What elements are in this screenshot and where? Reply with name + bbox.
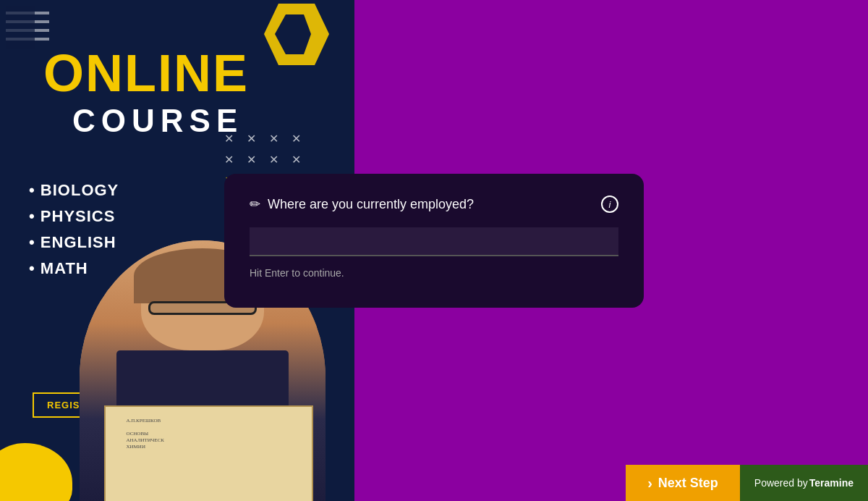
form-hint: Hit Enter to continue. bbox=[250, 267, 618, 279]
title-online: ONLINE bbox=[43, 47, 249, 99]
next-step-chevron: › bbox=[647, 475, 652, 492]
employment-form-card: ✏ Where are you currently employed? i Hi… bbox=[224, 174, 644, 308]
title-course: COURSE bbox=[72, 103, 243, 139]
info-icon[interactable]: i bbox=[601, 195, 618, 213]
course-item-physics: PHYSICS bbox=[29, 207, 119, 226]
brand-name: Teramine bbox=[809, 477, 854, 489]
edit-icon: ✏ bbox=[250, 196, 260, 212]
form-question-text: Where are you currently employed? bbox=[268, 197, 474, 212]
next-step-button[interactable]: › Next Step bbox=[626, 465, 740, 501]
bottom-bar: › Next Step Powered by Teramine bbox=[0, 465, 868, 501]
powered-by-label: Powered by bbox=[754, 477, 808, 489]
form-question-left: ✏ Where are you currently employed? bbox=[250, 196, 474, 212]
next-step-label: Next Step bbox=[658, 476, 718, 491]
employment-input[interactable] bbox=[250, 227, 618, 256]
stripe-decoration bbox=[6, 6, 56, 49]
form-question-row: ✏ Where are you currently employed? i bbox=[250, 195, 618, 213]
svg-rect-4 bbox=[6, 6, 35, 49]
arrow-decoration-top bbox=[264, 4, 329, 68]
powered-by: Powered by Teramine bbox=[740, 465, 868, 501]
course-item-biology: BIOLOGY bbox=[29, 181, 119, 200]
